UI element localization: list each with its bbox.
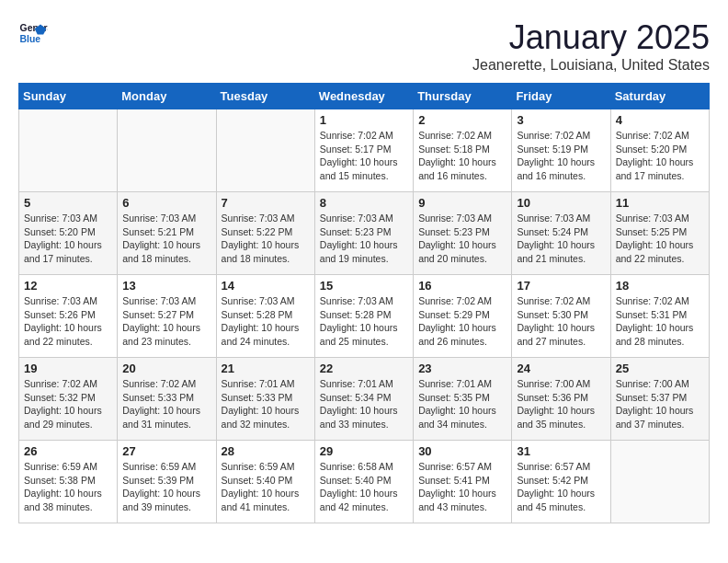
day-number: 2: [418, 113, 506, 127]
day-info: Sunrise: 7:03 AM Sunset: 5:25 PM Dayligh…: [616, 212, 704, 266]
day-info: Sunrise: 6:59 AM Sunset: 5:39 PM Dayligh…: [122, 460, 210, 514]
day-info: Sunrise: 7:02 AM Sunset: 5:20 PM Dayligh…: [616, 129, 704, 183]
calendar-cell: 11Sunrise: 7:03 AM Sunset: 5:25 PM Dayli…: [610, 192, 709, 275]
day-info: Sunrise: 7:00 AM Sunset: 5:36 PM Dayligh…: [517, 377, 605, 431]
day-number: 15: [320, 279, 408, 293]
calendar-cell: 5Sunrise: 7:03 AM Sunset: 5:20 PM Daylig…: [19, 192, 118, 275]
calendar-cell: [216, 109, 314, 192]
day-number: 7: [222, 196, 310, 210]
day-info: Sunrise: 7:02 AM Sunset: 5:18 PM Dayligh…: [418, 129, 506, 183]
calendar-cell: 10Sunrise: 7:03 AM Sunset: 5:24 PM Dayli…: [512, 192, 610, 275]
calendar-week-5: 26Sunrise: 6:59 AM Sunset: 5:38 PM Dayli…: [19, 441, 710, 523]
header-friday: Friday: [512, 84, 610, 109]
day-info: Sunrise: 7:03 AM Sunset: 5:23 PM Dayligh…: [320, 212, 408, 266]
day-info: Sunrise: 6:59 AM Sunset: 5:40 PM Dayligh…: [222, 460, 310, 514]
day-info: Sunrise: 6:57 AM Sunset: 5:41 PM Dayligh…: [418, 460, 506, 514]
day-number: 14: [222, 279, 310, 293]
day-number: 31: [517, 444, 605, 458]
day-info: Sunrise: 7:02 AM Sunset: 5:29 PM Dayligh…: [418, 294, 506, 349]
calendar-cell: 24Sunrise: 7:00 AM Sunset: 5:36 PM Dayli…: [512, 358, 610, 441]
day-number: 5: [24, 196, 112, 210]
day-info: Sunrise: 7:02 AM Sunset: 5:33 PM Dayligh…: [122, 377, 210, 431]
calendar-cell: 18Sunrise: 7:02 AM Sunset: 5:31 PM Dayli…: [610, 275, 709, 358]
day-number: 30: [418, 444, 506, 458]
calendar-cell: 3Sunrise: 7:02 AM Sunset: 5:19 PM Daylig…: [512, 109, 610, 192]
header-wednesday: Wednesday: [314, 84, 413, 109]
day-info: Sunrise: 7:02 AM Sunset: 5:19 PM Dayligh…: [517, 129, 605, 183]
day-info: Sunrise: 7:01 AM Sunset: 5:35 PM Dayligh…: [418, 377, 506, 431]
calendar-cell: 28Sunrise: 6:59 AM Sunset: 5:40 PM Dayli…: [216, 441, 314, 523]
header-tuesday: Tuesday: [216, 84, 314, 109]
day-info: Sunrise: 7:03 AM Sunset: 5:20 PM Dayligh…: [24, 212, 112, 266]
day-number: 29: [320, 444, 408, 458]
logo-icon: General Blue: [18, 18, 48, 48]
day-info: Sunrise: 7:02 AM Sunset: 5:31 PM Dayligh…: [616, 294, 704, 349]
header-thursday: Thursday: [414, 84, 512, 109]
day-number: 1: [320, 113, 408, 127]
day-info: Sunrise: 7:03 AM Sunset: 5:28 PM Dayligh…: [320, 294, 408, 349]
day-number: 17: [517, 279, 605, 293]
day-info: Sunrise: 6:59 AM Sunset: 5:38 PM Dayligh…: [24, 460, 112, 514]
day-info: Sunrise: 7:03 AM Sunset: 5:22 PM Dayligh…: [222, 212, 310, 266]
svg-text:Blue: Blue: [20, 34, 41, 44]
calendar-cell: 15Sunrise: 7:03 AM Sunset: 5:28 PM Dayli…: [314, 275, 413, 358]
calendar-cell: 30Sunrise: 6:57 AM Sunset: 5:41 PM Dayli…: [414, 441, 512, 523]
day-number: 22: [320, 362, 408, 375]
calendar-cell: 25Sunrise: 7:00 AM Sunset: 5:37 PM Dayli…: [610, 358, 709, 441]
calendar-week-4: 19Sunrise: 7:02 AM Sunset: 5:32 PM Dayli…: [19, 358, 710, 441]
header: General Blue January 2025 Jeanerette, Lo…: [18, 18, 710, 74]
day-info: Sunrise: 7:03 AM Sunset: 5:21 PM Dayligh…: [122, 212, 210, 266]
header-monday: Monday: [118, 84, 216, 109]
day-number: 20: [122, 362, 210, 375]
day-number: 6: [122, 196, 210, 210]
calendar-cell: 9Sunrise: 7:03 AM Sunset: 5:23 PM Daylig…: [414, 192, 512, 275]
day-info: Sunrise: 6:58 AM Sunset: 5:40 PM Dayligh…: [320, 460, 408, 514]
day-info: Sunrise: 7:03 AM Sunset: 5:24 PM Dayligh…: [517, 212, 605, 266]
calendar-cell: 27Sunrise: 6:59 AM Sunset: 5:39 PM Dayli…: [118, 441, 216, 523]
calendar-cell: 4Sunrise: 7:02 AM Sunset: 5:20 PM Daylig…: [610, 109, 709, 192]
calendar-cell: 7Sunrise: 7:03 AM Sunset: 5:22 PM Daylig…: [216, 192, 314, 275]
calendar-cell: 12Sunrise: 7:03 AM Sunset: 5:26 PM Dayli…: [19, 275, 118, 358]
day-info: Sunrise: 7:03 AM Sunset: 5:28 PM Dayligh…: [222, 294, 310, 349]
calendar-cell: 22Sunrise: 7:01 AM Sunset: 5:34 PM Dayli…: [314, 358, 413, 441]
calendar-cell: 2Sunrise: 7:02 AM Sunset: 5:18 PM Daylig…: [414, 109, 512, 192]
day-number: 28: [222, 444, 310, 458]
day-info: Sunrise: 7:02 AM Sunset: 5:32 PM Dayligh…: [24, 377, 112, 431]
day-number: 3: [517, 113, 605, 127]
calendar-cell: 26Sunrise: 6:59 AM Sunset: 5:38 PM Dayli…: [19, 441, 118, 523]
day-info: Sunrise: 6:57 AM Sunset: 5:42 PM Dayligh…: [517, 460, 605, 514]
day-info: Sunrise: 7:02 AM Sunset: 5:17 PM Dayligh…: [320, 129, 408, 183]
header-sunday: Sunday: [19, 84, 118, 109]
calendar-cell: [118, 109, 216, 192]
day-number: 21: [222, 362, 310, 375]
day-number: 16: [418, 279, 506, 293]
calendar-cell: 14Sunrise: 7:03 AM Sunset: 5:28 PM Dayli…: [216, 275, 314, 358]
day-info: Sunrise: 7:03 AM Sunset: 5:27 PM Dayligh…: [122, 294, 210, 349]
day-info: Sunrise: 7:01 AM Sunset: 5:34 PM Dayligh…: [320, 377, 408, 431]
title-area: January 2025 Jeanerette, Louisiana, Unit…: [472, 18, 710, 74]
day-info: Sunrise: 7:02 AM Sunset: 5:30 PM Dayligh…: [517, 294, 605, 349]
day-number: 27: [122, 444, 210, 458]
calendar-cell: 13Sunrise: 7:03 AM Sunset: 5:27 PM Dayli…: [118, 275, 216, 358]
day-number: 8: [320, 196, 408, 210]
calendar-cell: 21Sunrise: 7:01 AM Sunset: 5:33 PM Dayli…: [216, 358, 314, 441]
calendar-table: Sunday Monday Tuesday Wednesday Thursday…: [18, 83, 710, 523]
calendar-week-1: 1Sunrise: 7:02 AM Sunset: 5:17 PM Daylig…: [19, 109, 710, 192]
calendar-week-3: 12Sunrise: 7:03 AM Sunset: 5:26 PM Dayli…: [19, 275, 710, 358]
calendar-cell: 29Sunrise: 6:58 AM Sunset: 5:40 PM Dayli…: [314, 441, 413, 523]
logo: General Blue: [18, 18, 48, 48]
day-number: 9: [418, 196, 506, 210]
day-number: 11: [616, 196, 704, 210]
day-info: Sunrise: 7:01 AM Sunset: 5:33 PM Dayligh…: [222, 377, 310, 431]
day-number: 12: [24, 279, 112, 293]
calendar-subtitle: Jeanerette, Louisiana, United States: [472, 57, 710, 74]
calendar-cell: 16Sunrise: 7:02 AM Sunset: 5:29 PM Dayli…: [414, 275, 512, 358]
calendar-cell: 19Sunrise: 7:02 AM Sunset: 5:32 PM Dayli…: [19, 358, 118, 441]
calendar-cell: 31Sunrise: 6:57 AM Sunset: 5:42 PM Dayli…: [512, 441, 610, 523]
day-number: 4: [616, 113, 704, 127]
day-number: 24: [517, 362, 605, 375]
calendar-cell: [610, 441, 709, 523]
header-saturday: Saturday: [610, 84, 709, 109]
calendar-cell: 17Sunrise: 7:02 AM Sunset: 5:30 PM Dayli…: [512, 275, 610, 358]
calendar-cell: 6Sunrise: 7:03 AM Sunset: 5:21 PM Daylig…: [118, 192, 216, 275]
